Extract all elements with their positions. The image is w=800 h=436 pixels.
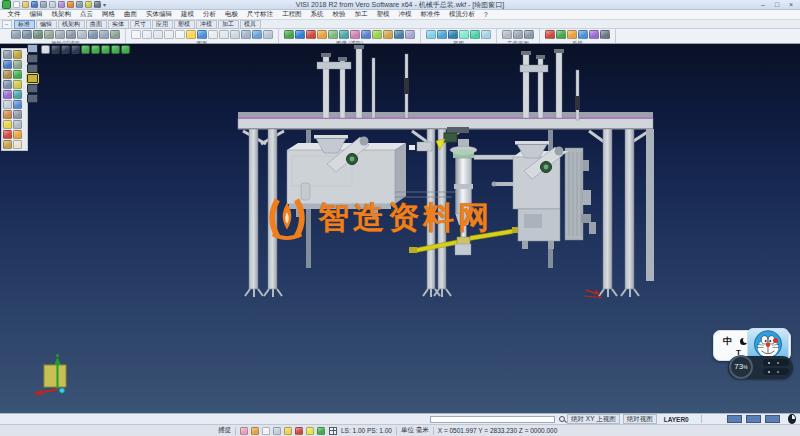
- ribbon-icon[interactable]: [578, 30, 588, 39]
- view-icon[interactable]: [81, 45, 90, 54]
- dock-icon[interactable]: [13, 80, 22, 89]
- menu-item[interactable]: 实体编辑: [142, 10, 177, 19]
- dock-icon[interactable]: [3, 70, 12, 79]
- ribbon-icon[interactable]: [459, 30, 469, 39]
- ribbon-icon[interactable]: [197, 30, 207, 39]
- dock-icon[interactable]: [13, 130, 22, 139]
- ime-widget[interactable]: 73%: [728, 356, 793, 379]
- toolbar-tab[interactable]: 应用: [152, 20, 173, 29]
- ribbon-icon[interactable]: [66, 30, 76, 39]
- toolbar-tab[interactable]: 标准: [14, 20, 35, 29]
- view-icon[interactable]: [111, 45, 120, 54]
- ribbon-icon[interactable]: [44, 30, 54, 39]
- command-input[interactable]: [430, 416, 555, 423]
- dock-icon[interactable]: [3, 80, 12, 89]
- collapse-button[interactable]: −: [2, 20, 12, 29]
- ribbon-icon[interactable]: [241, 30, 251, 39]
- view-icon[interactable]: [91, 45, 100, 54]
- ribbon-icon[interactable]: [589, 30, 599, 39]
- ribbon-icon[interactable]: [437, 30, 447, 39]
- dock-icon[interactable]: [3, 100, 12, 109]
- view-icon[interactable]: [101, 45, 110, 54]
- ribbon-icon[interactable]: [513, 30, 523, 39]
- chevron-down-icon[interactable]: ▾: [103, 1, 106, 8]
- ribbon-icon[interactable]: [230, 30, 240, 39]
- quick-access-icon[interactable]: [49, 1, 56, 8]
- ribbon-icon[interactable]: [361, 30, 371, 39]
- toolbar-tab[interactable]: 线架构: [58, 20, 85, 29]
- quick-access-icon[interactable]: [31, 1, 38, 8]
- toolbar-tab[interactable]: 曲面: [86, 20, 107, 29]
- menu-item[interactable]: 线架构: [47, 10, 76, 19]
- ribbon-icon[interactable]: [263, 30, 273, 39]
- ribbon-icon[interactable]: [110, 30, 120, 39]
- ribbon-icon[interactable]: [481, 30, 491, 39]
- ribbon-icon[interactable]: [426, 30, 436, 39]
- menu-item[interactable]: 分析: [199, 10, 221, 19]
- menu-item[interactable]: 电极: [221, 10, 243, 19]
- dock-icon[interactable]: [3, 130, 12, 139]
- toolbar-tab[interactable]: 加工: [218, 20, 239, 29]
- ime-mini-button[interactable]: [763, 359, 789, 366]
- quick-access-icon[interactable]: [58, 1, 65, 8]
- ribbon-icon[interactable]: [142, 30, 152, 39]
- grid-icon[interactable]: [329, 427, 337, 435]
- ribbon-icon[interactable]: [252, 30, 262, 39]
- ribbon-icon[interactable]: [11, 30, 21, 39]
- menu-item[interactable]: 工程图: [278, 10, 307, 19]
- color-swatch[interactable]: [765, 415, 780, 423]
- ribbon-icon[interactable]: [33, 30, 43, 39]
- quick-access-icon[interactable]: [13, 1, 20, 8]
- layer-field[interactable]: LAYER0: [664, 416, 689, 423]
- menu-item[interactable]: ?: [480, 11, 493, 18]
- moon-icon[interactable]: [740, 338, 747, 345]
- ribbon-icon[interactable]: [175, 30, 185, 39]
- ribbon-icon[interactable]: [22, 30, 32, 39]
- menu-item[interactable]: 网格: [98, 10, 120, 19]
- menu-item[interactable]: 建模: [177, 10, 199, 19]
- menu-item[interactable]: 塑模: [372, 10, 394, 19]
- dock-icon[interactable]: [3, 90, 12, 99]
- dock-icon[interactable]: [3, 140, 12, 149]
- ribbon-icon[interactable]: [502, 30, 512, 39]
- strip-icon[interactable]: [27, 74, 38, 83]
- ribbon-icon[interactable]: [545, 30, 555, 39]
- quick-access-icon[interactable]: [85, 1, 92, 8]
- view-icon[interactable]: [71, 45, 80, 54]
- ribbon-icon[interactable]: [306, 30, 316, 39]
- snap-toggle-icon[interactable]: [295, 427, 303, 435]
- ribbon-icon[interactable]: [350, 30, 360, 39]
- strip-icon[interactable]: [27, 94, 38, 103]
- ribbon-icon[interactable]: [328, 30, 338, 39]
- view-icon[interactable]: [61, 45, 70, 54]
- menu-item[interactable]: 文件: [3, 10, 25, 19]
- menu-item[interactable]: 冲模: [394, 10, 416, 19]
- strip-icon[interactable]: [27, 44, 38, 53]
- snap-toggle-icon[interactable]: [273, 427, 281, 435]
- ribbon-icon[interactable]: [448, 30, 458, 39]
- menu-item[interactable]: 校验: [328, 10, 350, 19]
- quick-access-icon[interactable]: [67, 1, 74, 8]
- snap-toggle-icon[interactable]: [306, 427, 314, 435]
- menu-item[interactable]: 编辑: [25, 10, 47, 19]
- ribbon-icon[interactable]: [567, 30, 577, 39]
- ribbon-icon[interactable]: [99, 30, 109, 39]
- ribbon-icon[interactable]: [405, 30, 415, 39]
- dock-icon[interactable]: [3, 120, 12, 129]
- ribbon-icon[interactable]: [556, 30, 566, 39]
- viewport-canvas[interactable]: [0, 44, 800, 413]
- quick-access-icon[interactable]: [40, 1, 47, 8]
- dock-icon[interactable]: [13, 100, 22, 109]
- toolbar-tab[interactable]: 编辑: [36, 20, 57, 29]
- menu-item[interactable]: 标准件: [416, 10, 445, 19]
- toolbar-tab[interactable]: 尺寸: [130, 20, 151, 29]
- snap-toggle-icon[interactable]: [251, 427, 259, 435]
- ribbon-icon[interactable]: [394, 30, 404, 39]
- color-swatch[interactable]: [727, 415, 742, 423]
- dock-icon[interactable]: [13, 110, 22, 119]
- units-field[interactable]: 单位 毫米: [401, 426, 429, 435]
- ribbon-icon[interactable]: [470, 30, 480, 39]
- snap-toggle-icon[interactable]: [317, 427, 325, 435]
- close-button[interactable]: ×: [787, 0, 795, 9]
- ribbon-icon[interactable]: [284, 30, 294, 39]
